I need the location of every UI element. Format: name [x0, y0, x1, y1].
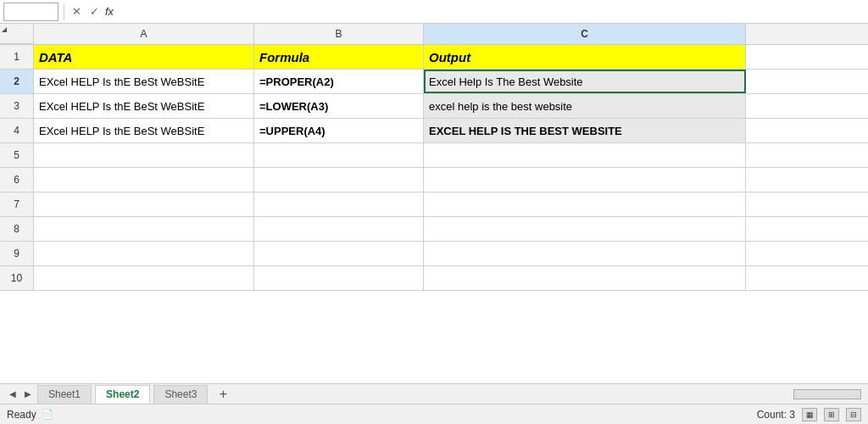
cell-a10[interactable]: [34, 266, 254, 290]
view-page-btn[interactable]: ⊟: [846, 408, 861, 421]
table-row: 8: [0, 217, 868, 242]
cell-b9[interactable]: [254, 242, 424, 265]
add-sheet-button[interactable]: +: [214, 386, 231, 403]
formula-bar: C2 ✕ ✓ fx =PROPER(A2): [0, 0, 868, 24]
spreadsheet: A B C 1 DATA Formula Output 2 EXcel HELP…: [0, 24, 868, 383]
row-header-6[interactable]: 6: [0, 168, 34, 192]
cell-a1[interactable]: DATA: [34, 45, 254, 69]
cell-a4-value: EXcel HELP Is thE BeSt WeBSitE: [39, 125, 204, 137]
cell-b1[interactable]: Formula: [254, 45, 424, 69]
scroll-left-arrow[interactable]: ◀: [7, 388, 19, 400]
cell-c7[interactable]: [424, 192, 746, 216]
table-row: 2 EXcel HELP Is thE BeSt WeBSitE =PROPER…: [0, 70, 868, 94]
row-header-8[interactable]: 8: [0, 217, 34, 241]
cell-b4[interactable]: =UPPER(A4): [254, 119, 424, 142]
formula-bar-divider: [64, 3, 64, 20]
cell-a6[interactable]: [34, 168, 254, 192]
cell-a7[interactable]: [34, 192, 254, 216]
row-header-4[interactable]: 4: [0, 119, 34, 142]
cell-a4[interactable]: EXcel HELP Is thE BeSt WeBSitE: [34, 119, 254, 142]
cell-b3[interactable]: =LOWER(A3): [254, 94, 424, 118]
cell-c10[interactable]: [424, 266, 746, 290]
cell-reference-box[interactable]: C2: [3, 3, 58, 21]
cell-b3-value: =LOWER(A3): [259, 100, 328, 113]
cell-c6[interactable]: [424, 168, 746, 192]
cell-a9[interactable]: [34, 242, 254, 265]
cell-c5[interactable]: [424, 143, 746, 167]
sheet-tab-sheet3[interactable]: Sheet3: [153, 385, 208, 404]
status-bar: Ready 📄 Count: 3 ▦ ⊞ ⊟: [0, 404, 868, 424]
cell-b1-value: Formula: [259, 50, 309, 64]
cell-a5[interactable]: [34, 143, 254, 167]
view-normal-btn[interactable]: ▦: [802, 408, 817, 421]
row-header-1[interactable]: 1: [0, 45, 34, 69]
table-row: 4 EXcel HELP Is thE BeSt WeBSitE =UPPER(…: [0, 119, 868, 143]
row-header-10[interactable]: 10: [0, 266, 34, 290]
grid-body: 1 DATA Formula Output 2 EXcel HELP Is th…: [0, 45, 868, 383]
cell-c4[interactable]: EXCEL HELP IS THE BEST WEBSITE: [424, 119, 746, 142]
cell-c2[interactable]: Excel Help Is The Best Website: [424, 70, 746, 93]
formula-input[interactable]: =PROPER(A2): [120, 3, 865, 21]
cell-c8[interactable]: [424, 217, 746, 241]
cell-a3[interactable]: EXcel HELP Is thE BeSt WeBSitE: [34, 94, 254, 118]
table-row: 1 DATA Formula Output: [0, 45, 868, 70]
cell-c3-value: excel help is the best website: [429, 100, 572, 113]
column-headers: A B C: [0, 24, 868, 45]
cell-b2[interactable]: =PROPER(A2): [254, 70, 424, 93]
cell-b10[interactable]: [254, 266, 424, 290]
table-row: 9: [0, 242, 868, 266]
cell-b4-value: =UPPER(A4): [259, 125, 326, 137]
ready-status: Ready: [7, 409, 36, 421]
cell-a2-value: EXcel HELP Is thE BeSt WeBSitE: [39, 75, 204, 88]
sheet-tab-sheet1[interactable]: Sheet1: [37, 385, 92, 404]
view-layout-btn[interactable]: ⊞: [824, 408, 839, 421]
scroll-bar-area[interactable]: [793, 389, 861, 399]
table-row: 3 EXcel HELP Is thE BeSt WeBSitE =LOWER(…: [0, 94, 868, 119]
cancel-formula-icon[interactable]: ✕: [70, 5, 84, 18]
cell-a8[interactable]: [34, 217, 254, 241]
status-right: Count: 3 ▦ ⊞ ⊟: [757, 408, 861, 421]
row-header-2[interactable]: 2: [0, 70, 34, 93]
table-row: 5: [0, 143, 868, 168]
cell-b6[interactable]: [254, 168, 424, 192]
row-header-5[interactable]: 5: [0, 143, 34, 167]
cell-c1-value: Output: [429, 50, 470, 64]
col-header-a[interactable]: A: [34, 24, 254, 44]
cell-b7[interactable]: [254, 192, 424, 216]
cell-b8[interactable]: [254, 217, 424, 241]
cell-c3[interactable]: excel help is the best website: [424, 94, 746, 118]
cell-a3-value: EXcel HELP Is thE BeSt WeBSitE: [39, 100, 204, 113]
bottom-bar: ◀ ▶ Sheet1 Sheet2 Sheet3 +: [0, 383, 868, 404]
row-header-9[interactable]: 9: [0, 242, 34, 265]
confirm-formula-icon[interactable]: ✓: [87, 5, 102, 18]
cell-c1[interactable]: Output: [424, 45, 746, 69]
status-left: Ready 📄: [7, 409, 53, 421]
cell-a1-value: DATA: [39, 50, 72, 64]
row-header-7[interactable]: 7: [0, 192, 34, 216]
table-row: 7: [0, 192, 868, 217]
select-all-corner[interactable]: [0, 24, 34, 44]
cell-b5[interactable]: [254, 143, 424, 167]
row-header-3[interactable]: 3: [0, 94, 34, 118]
cell-c4-value: EXCEL HELP IS THE BEST WEBSITE: [429, 125, 622, 137]
cell-c2-value: Excel Help Is The Best Website: [429, 75, 583, 88]
table-row: 6: [0, 168, 868, 192]
col-header-b[interactable]: B: [254, 24, 424, 44]
fx-label: fx: [105, 5, 114, 18]
col-header-c[interactable]: C: [424, 24, 746, 44]
table-row: 10: [0, 266, 868, 291]
cell-c9[interactable]: [424, 242, 746, 265]
cell-a2[interactable]: EXcel HELP Is thE BeSt WeBSitE: [34, 70, 254, 93]
count-label: Count: 3: [757, 409, 795, 421]
sheet-tab-sheet2[interactable]: Sheet2: [95, 385, 150, 404]
scroll-right-arrow[interactable]: ▶: [22, 388, 34, 400]
cell-b2-value: =PROPER(A2): [259, 75, 334, 88]
svg-marker-0: [2, 27, 7, 32]
sheet-icon: 📄: [42, 409, 53, 420]
formula-bar-icons: ✕ ✓ fx: [70, 5, 117, 18]
sheet-scroll-controls: ◀ ▶ Sheet1 Sheet2 Sheet3 +: [7, 385, 231, 404]
